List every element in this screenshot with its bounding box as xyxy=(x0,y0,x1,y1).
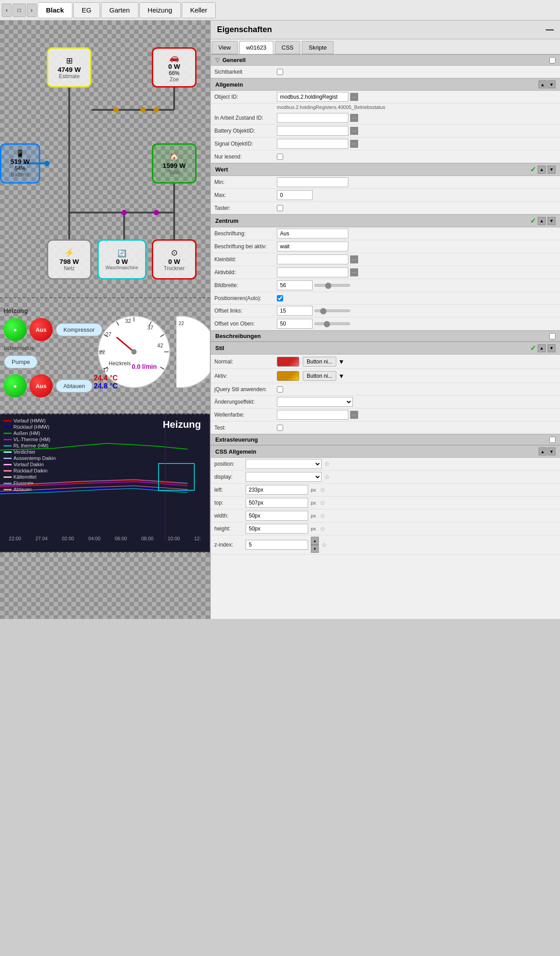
aenderung-select[interactable] xyxy=(277,397,353,407)
battery-btn[interactable]: ⋯ xyxy=(350,127,358,135)
nav-back[interactable]: ‹ xyxy=(2,4,12,17)
offset-oben-slider[interactable] xyxy=(314,322,350,325)
stil-scroll-down[interactable]: ▼ xyxy=(547,344,556,352)
box-battery[interactable]: 📱 519 W 54% Batterie xyxy=(0,143,40,184)
box-total[interactable]: 🏠 1599 W Total xyxy=(152,143,196,184)
kleinbild-input[interactable] xyxy=(277,255,348,264)
btn-aus-2[interactable]: Aus xyxy=(29,374,53,397)
bildbreite-input[interactable] xyxy=(277,280,313,290)
zindex-scroll-up[interactable]: ▲ xyxy=(311,537,319,545)
signal-btn[interactable]: ⋯ xyxy=(350,140,358,148)
max-input[interactable]: 0 xyxy=(277,190,313,200)
in-arbeit-btn[interactable]: ⋯ xyxy=(350,114,358,122)
nav-home[interactable]: □ xyxy=(13,4,26,17)
box-zoe[interactable]: 🚗 0 W 66% Zoe xyxy=(152,47,196,88)
zentrum-scroll-up[interactable]: ▲ xyxy=(538,217,546,225)
sichtbarkeit-checkbox[interactable] xyxy=(277,69,283,75)
kleinbild-btn[interactable]: ⋯ xyxy=(350,255,358,263)
in-arbeit-input[interactable] xyxy=(277,113,348,123)
tab-skripte[interactable]: Skripte xyxy=(302,41,333,54)
btn-on-1[interactable]: ● xyxy=(4,318,27,341)
beschriftung-aktiv-label: Beschriftung bei aktiv: xyxy=(214,243,277,250)
btn-aus-1[interactable]: Aus xyxy=(29,318,53,341)
taster-checkbox[interactable] xyxy=(277,205,283,211)
nur-lesend-checkbox[interactable] xyxy=(277,154,283,160)
normal-dropdown[interactable]: ▼ xyxy=(338,358,344,365)
beschriftung-aktiv-input[interactable] xyxy=(277,242,348,251)
height-star[interactable]: ☆ xyxy=(320,525,326,532)
aktiv-dropdown[interactable]: ▼ xyxy=(338,372,344,380)
row-min: Min: xyxy=(211,176,560,189)
row-sichtbarkeit: Sichtbarkeit xyxy=(211,66,560,78)
display-label: display: xyxy=(214,474,246,480)
box-waschmaschine[interactable]: 🔄 0 W Waschmaschine xyxy=(97,239,146,280)
bildbreite-slider[interactable] xyxy=(314,284,350,287)
css-scroll-down[interactable]: ▼ xyxy=(547,447,556,455)
aktivbild-input[interactable] xyxy=(277,267,348,277)
tab-view[interactable]: View xyxy=(212,41,238,54)
tab-heizung[interactable]: Heizung xyxy=(139,2,181,18)
css-scroll-up[interactable]: ▲ xyxy=(539,447,547,455)
beschreibungen-checkbox[interactable] xyxy=(549,333,556,339)
object-id-input[interactable] xyxy=(277,92,348,102)
width-star[interactable]: ☆ xyxy=(320,512,326,519)
width-input[interactable] xyxy=(246,511,308,521)
top-star[interactable]: ☆ xyxy=(320,499,326,506)
tab-keller[interactable]: Keller xyxy=(182,2,216,18)
wellen-btn[interactable]: ⋯ xyxy=(350,411,358,419)
btn-abtauen[interactable]: Abtauen xyxy=(55,379,93,393)
min-input[interactable] xyxy=(277,177,348,187)
tab-eg[interactable]: EG xyxy=(73,2,100,18)
aktivbild-btn[interactable]: ⋯ xyxy=(350,268,358,276)
offset-links-input[interactable] xyxy=(277,306,313,316)
offset-links-slider[interactable] xyxy=(314,309,350,312)
test-checkbox[interactable] xyxy=(277,425,283,431)
tab-w01623[interactable]: w01623 xyxy=(239,41,273,54)
aktiv-btn[interactable]: Button ni... xyxy=(303,371,336,381)
tab-garten[interactable]: Garten xyxy=(101,2,138,18)
display-star[interactable]: ☆ xyxy=(324,473,330,480)
wert-scroll-down[interactable]: ▼ xyxy=(547,166,556,174)
wert-scroll-up[interactable]: ▲ xyxy=(538,166,546,174)
tab-css[interactable]: CSS xyxy=(275,41,301,54)
allgemein-scroll-up[interactable]: ▲ xyxy=(539,80,547,88)
left-input[interactable] xyxy=(246,485,308,495)
btn-on-2[interactable]: ● xyxy=(4,374,27,397)
positionieren-checkbox[interactable] xyxy=(277,295,283,301)
btn-pumpe[interactable]: Pumpe xyxy=(4,355,38,369)
section-generell: ▽ Generell xyxy=(211,54,560,66)
wellen-input[interactable] xyxy=(277,410,348,420)
allgemein-scroll-down[interactable]: ▼ xyxy=(547,80,556,88)
position-star[interactable]: ☆ xyxy=(324,460,330,468)
signal-input[interactable] xyxy=(277,139,348,149)
jquery-checkbox[interactable] xyxy=(277,386,283,392)
position-select[interactable] xyxy=(246,459,322,469)
stil-scroll-up[interactable]: ▲ xyxy=(538,344,546,352)
tab-black[interactable]: Black xyxy=(38,2,72,18)
test-label: Test: xyxy=(214,425,277,431)
display-select[interactable] xyxy=(246,472,322,482)
height-input[interactable] xyxy=(246,524,308,534)
box-netz[interactable]: ⚡ 798 W Netz xyxy=(47,239,92,280)
beschreibungen-label: Beschreibungen xyxy=(215,333,261,339)
top-input[interactable] xyxy=(246,498,308,508)
props-header: Eigenschaften — xyxy=(211,21,560,39)
zentrum-scroll-down[interactable]: ▼ xyxy=(547,217,556,225)
extra-checkbox[interactable] xyxy=(549,437,556,443)
battery-label: Battery ObjektID: xyxy=(214,128,277,134)
nav-forward[interactable]: › xyxy=(27,4,37,17)
zindex-input[interactable] xyxy=(246,540,308,550)
props-minimize[interactable]: — xyxy=(546,25,554,34)
zindex-scroll-down[interactable]: ▼ xyxy=(311,545,319,553)
generell-checkbox[interactable] xyxy=(549,57,556,63)
box-estimate[interactable]: ⊞ 4749 W Estimate xyxy=(47,47,92,88)
box-trockner[interactable]: ⊙ 0 W Trockner xyxy=(152,239,196,280)
battery-input[interactable] xyxy=(277,126,348,136)
left-star[interactable]: ☆ xyxy=(320,486,326,493)
object-id-btn[interactable]: ⋯ xyxy=(350,93,358,101)
zindex-star[interactable]: ☆ xyxy=(322,541,327,548)
top-nav: ‹ □ › Black EG Garten Heizung Keller xyxy=(0,0,560,21)
beschriftung-input[interactable] xyxy=(277,229,348,238)
normal-btn[interactable]: Button ni... xyxy=(303,357,336,367)
offset-oben-input[interactable] xyxy=(277,319,313,329)
